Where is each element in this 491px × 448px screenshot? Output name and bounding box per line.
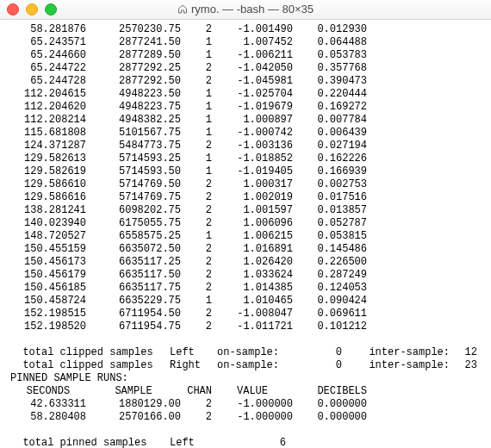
label: total clipped samples <box>10 359 170 372</box>
cell: -1.000000 <box>212 411 293 424</box>
cell: 0.090424 <box>293 295 367 308</box>
cell: 2 <box>181 243 212 256</box>
cell: 1 <box>181 295 212 308</box>
table-row: 150.4561856635117.7521.0143850.124053 <box>10 282 491 295</box>
table-row: 129.5866165714769.7521.0020190.017516 <box>10 191 491 204</box>
cell: 2 <box>181 282 212 295</box>
cell: 2 <box>181 75 212 88</box>
cell: 6635229.75 <box>86 295 181 308</box>
cell: 6635117.25 <box>86 256 181 269</box>
cell: 5714593.50 <box>86 165 181 178</box>
cell: 6711954.75 <box>86 320 181 333</box>
cell: 112.204615 <box>10 88 86 101</box>
cell: 112.204620 <box>10 101 86 114</box>
cell: 0.357768 <box>293 62 367 75</box>
table-row: 42.6333111880129.002-1.0000000.000000 <box>10 398 491 411</box>
cell: 129.582613 <box>10 152 86 165</box>
zoom-icon[interactable] <box>45 3 57 16</box>
cell: 140.023940 <box>10 217 86 230</box>
cell: 2 <box>181 308 212 320</box>
cell: 5714769.75 <box>86 191 181 204</box>
cell: 0.053783 <box>293 49 367 62</box>
cell: 2 <box>181 140 212 152</box>
table-row: 152.1985206711954.752-1.0117210.101212 <box>10 320 491 333</box>
cell: 1.001597 <box>212 204 293 217</box>
cell: 2570166.00 <box>86 411 181 424</box>
table-row: 148.7205276558575.2511.0062150.053815 <box>10 230 491 243</box>
cell: 152.198520 <box>10 320 86 333</box>
cell: 0.220444 <box>293 88 367 101</box>
cell: -1.006211 <box>212 49 293 62</box>
cell: 1.007452 <box>212 36 293 49</box>
table-row: 150.4561736635117.2521.0264200.226500 <box>10 256 491 269</box>
cell: 1.006096 <box>212 217 293 230</box>
column-header: SAMPLE <box>86 385 181 398</box>
cell: 5101567.75 <box>86 127 181 140</box>
table-row: 65.2446602877289.501-1.0062110.053783 <box>10 49 491 62</box>
cell: 1.014385 <box>212 282 293 295</box>
cell: 0.226500 <box>293 256 367 269</box>
traffic-lights <box>7 3 57 16</box>
cell: 2 <box>181 398 212 411</box>
cell: 0.069611 <box>293 308 367 320</box>
cell: 2 <box>181 256 212 269</box>
cell: 1 <box>181 101 212 114</box>
cell: 2 <box>181 217 212 230</box>
cell: 1 <box>181 127 212 140</box>
table-row: 124.3712875484773.752-1.0031360.027194 <box>10 140 491 152</box>
cell: 152.198515 <box>10 308 86 320</box>
minimize-icon[interactable] <box>26 3 38 16</box>
cell: 0.002753 <box>293 178 367 191</box>
inter-sample-label: inter-sample: <box>342 346 450 359</box>
table-row: 150.4561796635117.5021.0336240.287249 <box>10 269 491 282</box>
cell: 2877289.50 <box>86 49 181 62</box>
channel-label: Left <box>170 346 217 359</box>
cell: 0.013857 <box>293 204 367 217</box>
table-row: 58.2804082570166.002-1.0000000.000000 <box>10 411 491 424</box>
cell: 0.017516 <box>293 191 367 204</box>
cell: 1.000317 <box>212 178 293 191</box>
cell: 6711954.50 <box>86 308 181 320</box>
cell: 150.455159 <box>10 243 86 256</box>
close-icon[interactable] <box>7 3 19 16</box>
cell: 1.002019 <box>212 191 293 204</box>
column-header: SECONDS <box>10 385 86 398</box>
cell: 0.166939 <box>293 165 367 178</box>
table-row: 152.1985156711954.502-1.0080470.069611 <box>10 308 491 320</box>
table-row: 129.5866105714769.5021.0003170.002753 <box>10 178 491 191</box>
cell: 0.124053 <box>293 282 367 295</box>
cell: 138.281241 <box>10 204 86 217</box>
table-row: 112.2046204948223.751-1.0196790.169272 <box>10 101 491 114</box>
table-row: 65.2447282877292.502-1.0459810.390473 <box>10 75 491 88</box>
cell: 1 <box>181 114 212 127</box>
window-titlebar: rymo. — -bash — 80×35 <box>0 0 491 20</box>
pinned-header: SECONDSSAMPLECHANVALUEDECIBELS <box>10 385 491 398</box>
table-row: 150.4551596635072.5021.0168910.145486 <box>10 243 491 256</box>
cell: 5714593.25 <box>86 152 181 165</box>
cell: 150.458724 <box>10 295 86 308</box>
cell: 6175055.75 <box>86 217 181 230</box>
cell: 0.162226 <box>293 152 367 165</box>
cell: -1.045981 <box>212 75 293 88</box>
cell: 4948223.75 <box>86 101 181 114</box>
table-row: 112.2046154948223.501-1.0257040.220444 <box>10 88 491 101</box>
cell: 65.243571 <box>10 36 86 49</box>
inter-sample-label: inter-sample: <box>342 359 450 372</box>
on-sample-value: 0 <box>299 346 342 359</box>
cell: -1.003136 <box>212 140 293 152</box>
cell: -1.000742 <box>212 127 293 140</box>
cell: 0.006439 <box>293 127 367 140</box>
table-row: 129.5826135714593.251-1.0188520.162226 <box>10 152 491 165</box>
cell: 0.012930 <box>293 23 367 36</box>
cell: 42.633311 <box>10 398 86 411</box>
cell: -1.042050 <box>212 62 293 75</box>
cell: 2570230.75 <box>86 23 181 36</box>
cell: -1.001490 <box>212 23 293 36</box>
cell: 124.371287 <box>10 140 86 152</box>
cell: 150.456179 <box>10 269 86 282</box>
cell: 2 <box>181 62 212 75</box>
cell: 1 <box>181 49 212 62</box>
cell: 58.280408 <box>10 411 86 424</box>
cell: 1.016891 <box>212 243 293 256</box>
cell: 5714769.50 <box>86 178 181 191</box>
